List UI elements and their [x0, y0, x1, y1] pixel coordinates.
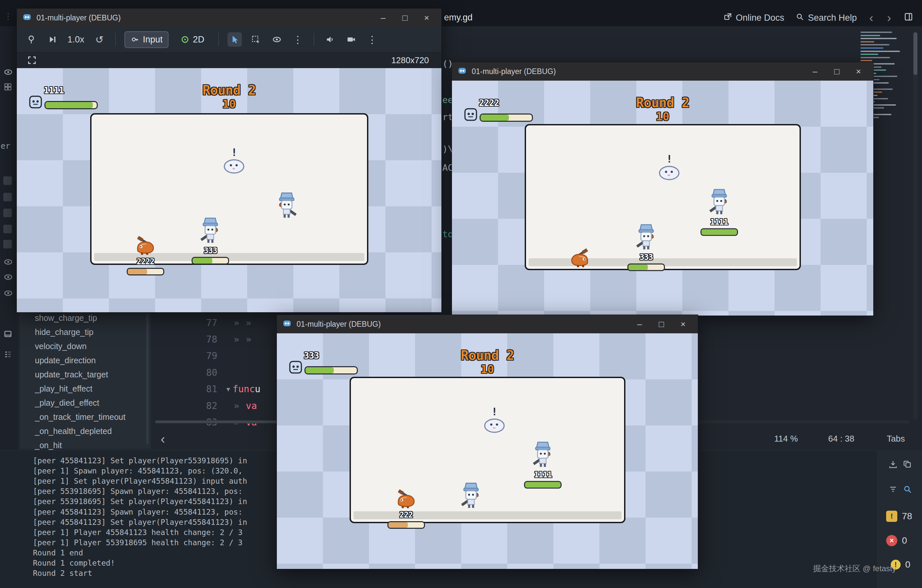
mode-2d-label: 2D: [193, 34, 204, 45]
godot-icon: [457, 66, 467, 77]
gunner-blue-sprite: [198, 217, 222, 245]
entity-health-bar: [387, 521, 425, 529]
close-button[interactable]: ×: [674, 317, 693, 331]
maximize-button[interactable]: □: [827, 65, 846, 78]
window-title: 01-multi-player (DEBUG): [36, 13, 369, 22]
entity-health-bar: [700, 229, 738, 236]
player-health-bar: [304, 366, 358, 374]
game-window: 01-multi-player (DEBUG)–□×333Round 210!1…: [276, 315, 698, 569]
round-header: Round 210: [461, 348, 514, 376]
kebab-icon[interactable]: ⋮: [365, 32, 379, 47]
mode-2d-toggle[interactable]: 2D: [175, 32, 210, 47]
camera-icon[interactable]: [344, 32, 358, 47]
pin-icon[interactable]: [24, 32, 39, 47]
gunner-orange-sprite: [395, 488, 418, 510]
game-window: 01-multi-player (DEBUG)–□×1.0x↺Input2D⋮⋮…: [16, 8, 442, 313]
game-windows-layer: 01-multi-player (DEBUG)–□×1.0x↺Input2D⋮⋮…: [0, 0, 922, 588]
round-timer: 10: [636, 110, 689, 123]
game-viewport[interactable]: 2222Round 210!1111333: [452, 81, 873, 315]
fullscreen-icon[interactable]: [25, 53, 39, 67]
player-avatar-icon: [289, 360, 302, 376]
game-subbar: 1280x720: [17, 52, 441, 68]
box-select-icon[interactable]: [248, 32, 263, 47]
player-health-bar: [480, 114, 533, 122]
entity-health-bar: [524, 481, 562, 488]
window-title: 01-multi-player (DEBUG): [297, 320, 625, 329]
gunner-blue-sprite: [459, 482, 483, 511]
visibility-icon[interactable]: [270, 32, 284, 47]
player-sprite: 2222: [123, 235, 168, 275]
player-sprite: 1111: [696, 188, 742, 236]
toolbar-separator: [115, 33, 116, 46]
entity-name-label: 1111: [534, 470, 552, 479]
alert-exclaim: !: [492, 407, 498, 416]
enemy-blob: !: [471, 407, 517, 434]
godot-icon: [22, 12, 32, 23]
round-timer: 10: [203, 98, 256, 111]
resolution-label: 1280x720: [391, 55, 429, 65]
round-header: Round 210: [636, 95, 689, 123]
cursor-tool-icon[interactable]: [227, 32, 242, 47]
player-hud: 333: [289, 352, 368, 388]
player-name-label: 1111: [44, 85, 64, 95]
round-timer: 10: [461, 363, 514, 376]
player-sprite: 222: [383, 488, 429, 529]
player-sprite: [264, 191, 310, 220]
window-titlebar[interactable]: 01-multi-player (DEBUG)–□×: [452, 62, 873, 81]
enemy-blob: !: [646, 155, 692, 181]
entity-health-bar: [191, 257, 229, 265]
enemy-blob: !: [211, 148, 257, 175]
window-controls: –□×: [806, 65, 868, 78]
kebab-icon[interactable]: ⋮: [291, 32, 305, 47]
entity-health-bar: [127, 268, 164, 275]
reset-icon[interactable]: ↺: [92, 32, 107, 47]
player-name-label: 333: [304, 350, 319, 361]
maximize-button[interactable]: □: [652, 317, 671, 331]
toolbar-separator: [218, 33, 219, 46]
window-controls: –□×: [374, 11, 436, 24]
game-viewport[interactable]: 333Round 210!1111222: [277, 333, 698, 569]
next-frame-icon[interactable]: [45, 32, 60, 47]
player-health-bar: [44, 101, 98, 109]
input-toggle-label: Input: [143, 34, 163, 45]
game-viewport[interactable]: 1111Round 210!3332222: [17, 68, 441, 312]
round-header: Round 210: [203, 83, 256, 111]
gunner-orange-sprite: [134, 235, 157, 256]
entity-name-label: 1111: [710, 217, 728, 227]
player-avatar-icon: [29, 95, 43, 110]
game-toolbar: 1.0x↺Input2D⋮⋮: [17, 27, 441, 52]
godot-editor-root: ⋮⋮ emy.gd Online Docs Search Help ‹ › er…: [0, 0, 922, 588]
toolbar-separator: [314, 33, 314, 46]
blob-sprite: [658, 163, 681, 181]
maximize-button[interactable]: □: [395, 11, 414, 24]
gunner-blue-sprite: [531, 441, 555, 470]
player-sprite: [557, 247, 603, 269]
gunner-blue-sprite: [634, 223, 658, 252]
player-avatar-icon: [464, 108, 477, 123]
round-title: Round 2: [461, 348, 514, 363]
alert-exclaim: !: [231, 148, 237, 157]
minimize-button[interactable]: –: [630, 317, 649, 331]
player-sprite: 333: [623, 223, 669, 271]
window-titlebar[interactable]: 01-multi-player (DEBUG)–□×: [277, 315, 698, 333]
godot-icon: [282, 318, 292, 330]
entity-name-label: 222: [399, 510, 412, 519]
audio-icon[interactable]: [323, 32, 337, 47]
player-hud: 2222: [464, 99, 543, 135]
round-title: Round 2: [636, 95, 689, 110]
player-sprite: 333: [187, 217, 234, 265]
window-titlebar[interactable]: 01-multi-player (DEBUG)–□×: [17, 8, 441, 27]
alert-exclaim: !: [666, 155, 672, 163]
blob-sprite: [222, 157, 245, 175]
entity-name-label: 333: [639, 253, 653, 262]
gunner-blue-sprite: [275, 191, 299, 220]
close-button[interactable]: ×: [849, 65, 868, 78]
minimize-button[interactable]: –: [806, 65, 825, 78]
window-title: 01-multi-player (DEBUG): [472, 67, 801, 76]
input-toggle[interactable]: Input: [124, 31, 168, 48]
close-button[interactable]: ×: [417, 11, 436, 24]
player-sprite: 1111: [520, 441, 566, 488]
entity-name-label: 333: [204, 246, 217, 255]
speed-label[interactable]: 1.0x: [66, 34, 86, 45]
minimize-button[interactable]: –: [374, 11, 393, 24]
